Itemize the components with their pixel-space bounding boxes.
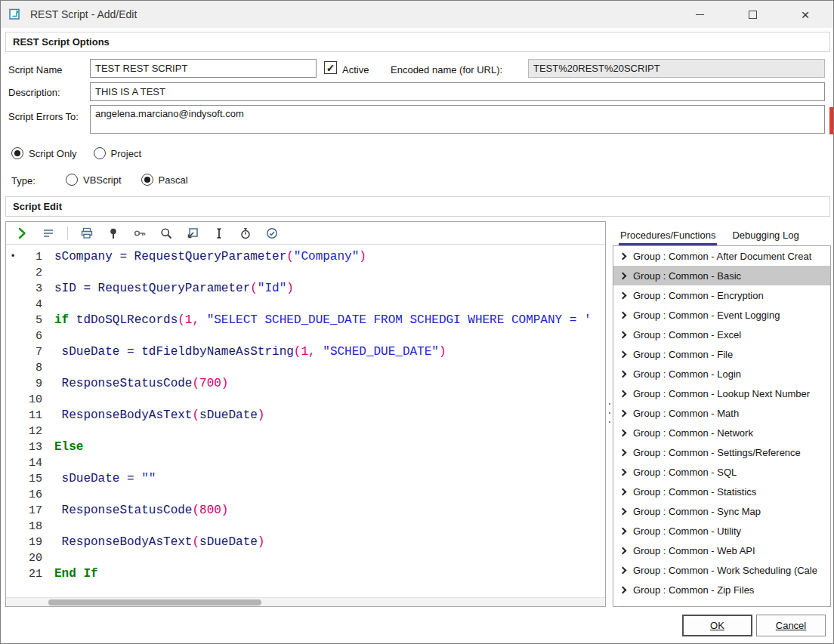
chevron-right-icon[interactable]	[619, 586, 627, 593]
vbscript-option[interactable]: VBScript	[66, 174, 122, 186]
chevron-right-icon[interactable]	[619, 566, 627, 574]
cancel-button[interactable]: Cancel	[756, 615, 826, 636]
close-button[interactable]: ×	[794, 3, 817, 26]
chevron-right-icon[interactable]	[619, 448, 627, 456]
key-icon[interactable]	[132, 226, 147, 241]
group-list-item[interactable]: Group : Common - Zip Files	[613, 580, 830, 599]
group-list-item[interactable]: Group : Common - Settings/Reference	[613, 442, 830, 462]
script-errors-input[interactable]	[90, 105, 825, 134]
code-line[interactable]: 6	[6, 328, 605, 344]
chevron-right-icon[interactable]	[619, 311, 627, 319]
minimize-button[interactable]	[688, 3, 711, 26]
tab-debugging-log[interactable]: Debugging Log	[731, 225, 800, 245]
group-list-item[interactable]: Group : Common - Work Scheduling (Cale	[613, 560, 830, 580]
code-line[interactable]: 15 sDueDate = ""	[6, 471, 605, 487]
code-line[interactable]: 3sID = RequestQueryParameter("Id")	[6, 281, 605, 297]
group-list-item[interactable]: Group : Common - Event Logging	[613, 305, 830, 325]
group-list-item[interactable]: Group : Common - Statistics	[613, 482, 830, 501]
chevron-right-icon[interactable]	[619, 409, 627, 417]
search-icon[interactable]	[159, 226, 174, 241]
group-label: Group : Common - SQL	[633, 467, 737, 478]
description-input[interactable]	[90, 82, 825, 101]
code-line[interactable]: •1sCompany = RequestQueryParameter("Comp…	[6, 249, 605, 265]
vbscript-radio[interactable]	[66, 174, 78, 186]
chevron-right-icon[interactable]	[619, 507, 627, 515]
script-name-input[interactable]	[90, 59, 317, 78]
code-line[interactable]: 11 ResponseBodyAsText(sDueDate)	[6, 408, 605, 424]
code-line[interactable]: 14	[6, 455, 605, 471]
group-list-item[interactable]: Group : Common - File	[613, 344, 830, 364]
scrollbar-thumb[interactable]	[48, 599, 261, 605]
group-list-item[interactable]: Group : Common - Login	[613, 364, 830, 384]
chevron-right-icon[interactable]	[619, 527, 627, 535]
chevron-right-icon[interactable]	[619, 468, 627, 476]
group-label: Group : Common - Math	[633, 408, 739, 419]
chevron-right-icon[interactable]	[619, 547, 627, 554]
code-line[interactable]: 8	[6, 360, 605, 376]
ok-button[interactable]: OK	[682, 615, 752, 636]
group-list-item[interactable]: Group : Common - Basic	[613, 266, 830, 285]
group-list-item[interactable]: Group : Common - Encryption	[613, 285, 830, 305]
project-option[interactable]: Project	[94, 147, 141, 159]
group-list-item[interactable]: Group : Common - SQL	[613, 462, 830, 482]
line-number: 21	[20, 566, 42, 582]
group-list-item[interactable]: Group : Common - After Document Creat	[613, 246, 830, 266]
toolbar-separator	[67, 226, 68, 240]
tab-procedures-functions[interactable]: Procedures/Functions	[619, 225, 717, 245]
maximize-button[interactable]	[741, 3, 764, 26]
code-line[interactable]: 18	[6, 519, 605, 535]
pascal-radio[interactable]	[141, 174, 153, 186]
group-list-item[interactable]: Group : Common - Math	[613, 403, 830, 423]
pin-icon[interactable]	[106, 226, 121, 241]
lines-icon[interactable]	[41, 226, 56, 241]
chevron-right-icon[interactable]	[619, 291, 627, 299]
line-marker	[6, 313, 20, 328]
code-line[interactable]: 5if tdDoSQLRecords(1, "SELECT SCHED_DUE_…	[6, 313, 605, 328]
chevron-right-icon[interactable]	[619, 390, 627, 397]
code-line[interactable]: 19 ResponseBodyAsText(sDueDate)	[6, 535, 605, 550]
group-list-item[interactable]: Group : Common - Utility	[613, 521, 830, 541]
group-list-item[interactable]: Group : Common - Web API	[613, 541, 830, 560]
chevron-right-icon[interactable]	[619, 605, 627, 607]
chevron-right-icon[interactable]	[619, 350, 627, 358]
group-list-item[interactable]: Group : Common - Excel	[613, 325, 830, 344]
code-line[interactable]: 16	[6, 487, 605, 503]
chevron-right-icon[interactable]	[619, 488, 627, 495]
code-line[interactable]: 17 ResponseStatusCode(800)	[6, 503, 605, 519]
code-line[interactable]: 10	[6, 392, 605, 408]
line-marker	[6, 439, 20, 455]
chevron-right-icon[interactable]	[619, 370, 627, 377]
print-icon[interactable]	[79, 226, 94, 241]
group-list-item[interactable]	[613, 599, 830, 607]
stopwatch-icon[interactable]	[238, 226, 253, 241]
syntax-check-icon[interactable]	[264, 226, 280, 241]
group-list-item[interactable]: Group : Common - Lookup Next Number	[613, 384, 830, 403]
code-line[interactable]: 4	[6, 297, 605, 313]
group-list-item[interactable]: Group : Common - Network	[613, 423, 830, 442]
run-icon[interactable]	[14, 226, 29, 241]
code-line[interactable]: 9 ResponseStatusCode(700)	[6, 376, 605, 392]
code-line[interactable]: 2	[6, 265, 605, 281]
line-marker	[6, 344, 20, 360]
script-only-option[interactable]: Script Only	[11, 147, 77, 159]
text-cursor-icon[interactable]	[212, 226, 227, 241]
code-line[interactable]: 21End If	[6, 566, 605, 582]
horizontal-scrollbar[interactable]	[6, 597, 605, 606]
code-line[interactable]: 7 sDueDate = tdFieldbyNameAsString(1, "S…	[6, 344, 605, 360]
export-icon[interactable]	[185, 226, 200, 241]
active-checkbox[interactable]	[324, 61, 337, 74]
splitter-grip[interactable]	[607, 403, 611, 423]
group-list-item[interactable]: Group : Common - Sync Map	[613, 501, 830, 521]
chevron-right-icon[interactable]	[619, 331, 627, 338]
script-only-radio[interactable]	[11, 147, 23, 159]
code-line[interactable]: 20	[6, 550, 605, 566]
project-radio[interactable]	[94, 147, 106, 159]
code-line[interactable]: 13Else	[6, 439, 605, 455]
code-area[interactable]: •1sCompany = RequestQueryParameter("Comp…	[6, 245, 605, 596]
code-line[interactable]: 12	[6, 424, 605, 439]
code-line-text: ResponseBodyAsText(sDueDate)	[42, 408, 264, 424]
pascal-option[interactable]: Pascal	[141, 174, 188, 186]
chevron-right-icon[interactable]	[619, 272, 627, 279]
chevron-right-icon[interactable]	[619, 429, 627, 436]
chevron-right-icon[interactable]	[619, 252, 627, 260]
